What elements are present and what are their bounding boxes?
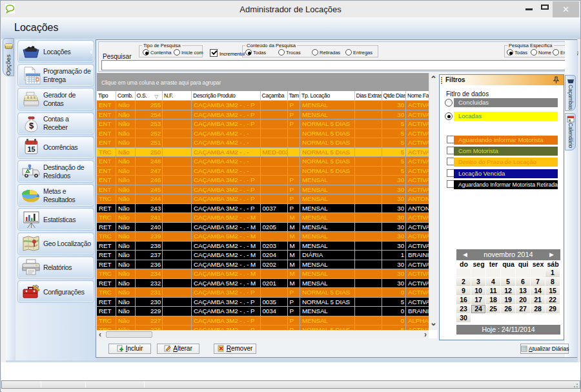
- svg-text:15: 15: [27, 145, 35, 153]
- svg-text:$: $: [29, 121, 34, 130]
